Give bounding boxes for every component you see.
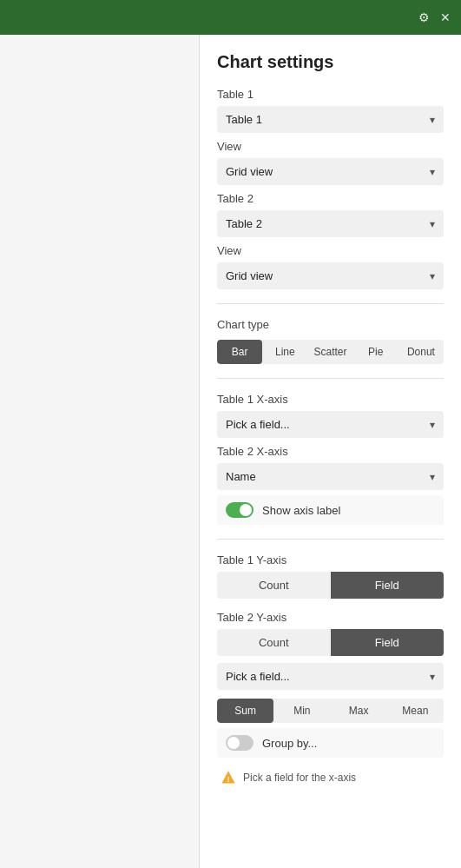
table2-xaxis-dropdown-wrapper: Name (217, 463, 444, 490)
table1-xaxis-dropdown-wrapper: Pick a field... (217, 411, 444, 438)
warning-row: ! Pick a field for the x-axis (217, 763, 444, 792)
view2-dropdown[interactable]: Grid view (217, 262, 444, 289)
chart-type-donut[interactable]: Donut (398, 340, 444, 364)
table1-yaxis-label: Table 1 Y-axis (217, 553, 444, 567)
view1-dropdown-wrapper: Grid view (217, 158, 444, 185)
chart-settings-panel: Chart settings Table 1 Table 1 View Grid… (200, 35, 461, 868)
table2-yaxis-count-btn[interactable]: Count (217, 629, 331, 656)
table1-yaxis-field-btn[interactable]: Field (331, 572, 445, 599)
table2-yfield-dropdown-wrapper: Pick a field... (217, 663, 444, 690)
show-axis-label-text: Show axis label (262, 504, 340, 517)
view1-label: View (217, 140, 444, 153)
table2-dropdown-wrapper: Table 2 (217, 210, 444, 237)
table2-yaxis-label: Table 2 Y-axis (217, 611, 444, 624)
chart-type-line[interactable]: Line (262, 340, 307, 364)
table2-yaxis-toggle-group: Count Field (217, 629, 444, 656)
chart-type-pie[interactable]: Pie (353, 340, 398, 364)
aggregate-min[interactable]: Min (273, 699, 330, 723)
view2-label: View (217, 244, 444, 257)
table1-yaxis-count-btn[interactable]: Count (217, 572, 331, 599)
warning-text: Pick a field for the x-axis (243, 772, 356, 784)
table2-yfield-dropdown[interactable]: Pick a field... (217, 663, 444, 690)
divider-3 (217, 539, 444, 540)
view2-dropdown-wrapper: Grid view (217, 262, 444, 289)
chart-type-scatter[interactable]: Scatter (307, 340, 352, 364)
table1-dropdown[interactable]: Table 1 (217, 106, 444, 133)
panel-title: Chart settings (217, 52, 444, 72)
table1-yaxis-toggle-group: Count Field (217, 572, 444, 599)
chart-type-bar[interactable]: Bar (217, 340, 262, 364)
chart-type-group: Bar Line Scatter Pie Donut (217, 340, 444, 364)
top-bar: ⚙ ✕ (0, 0, 461, 35)
group-by-row: Group by... (217, 728, 444, 758)
divider-2 (217, 378, 444, 379)
show-axis-label-row: Show axis label (217, 495, 444, 525)
aggregate-sum[interactable]: Sum (217, 699, 273, 723)
aggregate-group: Sum Min Max Mean (217, 699, 444, 723)
table2-yaxis-field-btn[interactable]: Field (331, 629, 445, 656)
settings-icon[interactable]: ⚙ (418, 10, 430, 24)
group-by-label: Group by... (262, 737, 317, 750)
show-axis-label-toggle[interactable] (226, 502, 254, 518)
main-layout: Chart settings Table 1 Table 1 View Grid… (0, 35, 461, 868)
aggregate-max[interactable]: Max (331, 699, 387, 723)
divider-1 (217, 303, 444, 304)
table1-dropdown-wrapper: Table 1 (217, 106, 444, 133)
table1-xaxis-label: Table 1 X-axis (217, 393, 444, 406)
table1-xaxis-dropdown[interactable]: Pick a field... (217, 411, 444, 438)
table2-label: Table 2 (217, 192, 444, 205)
table2-xaxis-label: Table 2 X-axis (217, 445, 444, 458)
aggregate-mean[interactable]: Mean (387, 699, 444, 723)
group-by-toggle[interactable] (226, 735, 254, 751)
close-icon[interactable]: ✕ (440, 10, 451, 24)
table1-label: Table 1 (217, 88, 444, 101)
sidebar (0, 35, 200, 868)
view1-dropdown[interactable]: Grid view (217, 158, 444, 185)
warning-icon: ! (221, 770, 236, 785)
table2-xaxis-dropdown[interactable]: Name (217, 463, 444, 490)
svg-text:!: ! (227, 775, 230, 784)
chart-type-label: Chart type (217, 318, 444, 331)
table2-dropdown[interactable]: Table 2 (217, 210, 444, 237)
